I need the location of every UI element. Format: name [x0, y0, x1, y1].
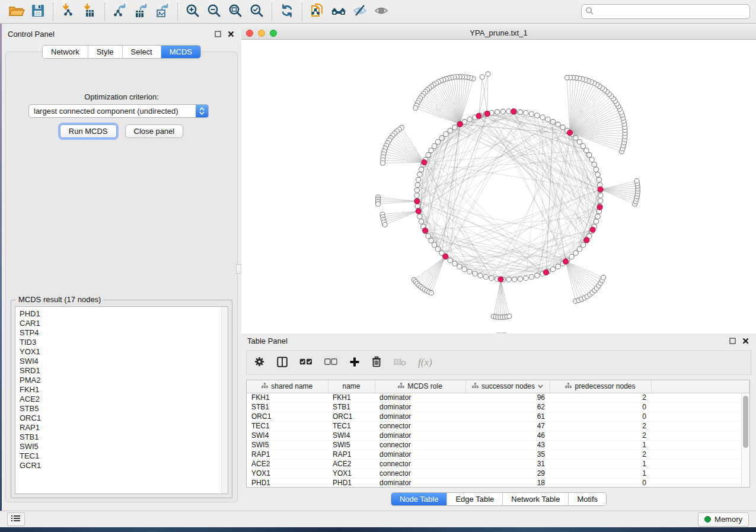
cell-mcds_role: connector: [375, 421, 465, 431]
zoom-fit-button[interactable]: [225, 2, 246, 21]
cell-successor_nodes: 62: [465, 402, 550, 412]
float-window-icon[interactable]: [213, 29, 222, 39]
cell-predecessor_nodes: 0: [550, 478, 651, 488]
result-node-item[interactable]: STB5: [20, 404, 228, 414]
table-row[interactable]: STB1STB1dominator620: [247, 402, 749, 412]
result-node-item[interactable]: TEC1: [20, 451, 228, 461]
control-panel-tabs: NetworkStyleSelectMCDS: [42, 45, 201, 59]
search-input[interactable]: [596, 7, 746, 16]
toolbar-separator: [272, 3, 272, 21]
zoom-out-button[interactable]: [203, 2, 225, 21]
table-row[interactable]: SWI5SWI5connector431: [247, 440, 749, 450]
mcds-result-title: MCDS result (17 nodes): [16, 295, 103, 304]
clone-network-button[interactable]: [307, 2, 328, 21]
column-type-icon: [472, 382, 479, 390]
network-window: YPA_prune.txt_1: [241, 27, 756, 334]
result-node-item[interactable]: CAR1: [20, 319, 228, 328]
result-node-item[interactable]: TID3: [20, 338, 228, 347]
table-row[interactable]: PHD1PHD1dominator180: [247, 478, 749, 488]
cell-successor_nodes: 43: [465, 440, 550, 450]
refresh-button[interactable]: [276, 2, 298, 21]
show-glyphs-button[interactable]: [371, 2, 392, 21]
table-scrollbar-thumb[interactable]: [743, 396, 748, 448]
table-row[interactable]: SWI4SWI4dominator462: [247, 431, 749, 440]
table-row[interactable]: FKH1FKH1dominator962: [247, 393, 749, 402]
result-node-item[interactable]: YOX1: [20, 347, 228, 357]
export-table-button[interactable]: [130, 2, 152, 21]
result-node-item[interactable]: RAP1: [20, 423, 228, 432]
mcds-result-list[interactable]: PHD1CAR1STP4TID3YOX1SWI4SRD1PMA2FKH1ACE2…: [15, 306, 228, 494]
result-node-item[interactable]: SWI5: [20, 442, 228, 451]
criterion-dropdown[interactable]: largest connected component (undirected): [28, 104, 209, 118]
close-panel-button[interactable]: Close panel: [125, 124, 184, 138]
gear-icon: [254, 356, 265, 369]
toolbar-separator: [104, 3, 105, 21]
cell-shared_name: SWI5: [247, 440, 328, 450]
export-network-button[interactable]: [109, 2, 130, 21]
import-table-button[interactable]: [79, 2, 100, 21]
result-node-item[interactable]: FKH1: [20, 385, 228, 395]
result-node-item[interactable]: STP4: [20, 328, 228, 338]
memory-button[interactable]: Memory: [698, 512, 749, 527]
tab-select[interactable]: Select: [122, 46, 161, 58]
gear-button[interactable]: [254, 356, 265, 369]
task-history-button[interactable]: [7, 512, 25, 526]
result-node-item[interactable]: STB1: [20, 432, 228, 442]
run-mcds-button[interactable]: Run MCDS: [60, 124, 117, 138]
vertical-splitter-grip[interactable]: [236, 264, 241, 274]
deselect-all-check-button[interactable]: [324, 358, 337, 367]
control-panel: Control Panel NetworkStyleSelectMCDS Opt…: [2, 27, 241, 511]
result-node-item[interactable]: SRD1: [20, 366, 228, 376]
column-header-successor-nodes[interactable]: successor nodes: [465, 380, 550, 393]
search-field[interactable]: [581, 4, 750, 19]
tab-node-table[interactable]: Node Table: [391, 493, 447, 505]
mcds-result-group: MCDS result (17 nodes) PHD1CAR1STP4TID3Y…: [11, 300, 232, 498]
close-table-panel-icon[interactable]: [741, 336, 750, 345]
cell-predecessor_nodes: 2: [550, 431, 651, 440]
tab-network-table[interactable]: Network Table: [502, 493, 568, 505]
import-network-button[interactable]: [58, 2, 79, 21]
result-node-item[interactable]: PHD1: [20, 309, 228, 319]
column-header-shared-name[interactable]: shared name: [247, 380, 328, 393]
column-header-MCDS-role[interactable]: MCDS role: [375, 380, 465, 393]
save-button[interactable]: [27, 2, 49, 21]
tab-network[interactable]: Network: [43, 46, 88, 58]
cell-successor_nodes: 61: [465, 412, 550, 421]
search-all-button[interactable]: [328, 2, 349, 21]
result-node-item[interactable]: GCR1: [20, 461, 228, 470]
add-row-button[interactable]: [349, 357, 360, 369]
select-all-check-button[interactable]: [299, 358, 312, 367]
result-node-item[interactable]: ORC1: [20, 414, 228, 423]
result-node-item[interactable]: SWI4: [20, 357, 228, 366]
table-row[interactable]: TEC1TEC1connector472: [247, 421, 749, 431]
table-row[interactable]: ORC1ORC1dominator610: [247, 412, 749, 421]
table-row[interactable]: RAP1RAP1dominator352: [247, 450, 749, 459]
close-panel-icon[interactable]: [226, 29, 235, 39]
result-node-item[interactable]: PMA2: [20, 376, 228, 385]
tab-mcds[interactable]: MCDS: [161, 46, 200, 58]
float-table-panel-icon[interactable]: [728, 336, 737, 345]
result-scrollbar[interactable]: [221, 307, 228, 493]
open-folder-button[interactable]: [6, 2, 27, 21]
column-header-predecessor-nodes[interactable]: predecessor nodes: [550, 380, 651, 393]
columns-button[interactable]: [277, 357, 288, 369]
zoom-selected-button[interactable]: [246, 2, 267, 21]
cell-mcds_role: dominator: [375, 402, 465, 412]
zoom-in-button[interactable]: [182, 2, 203, 21]
tab-edge-table[interactable]: Edge Table: [446, 493, 502, 505]
export-image-button[interactable]: [152, 2, 173, 21]
node-table: shared namenameMCDS rolesuccessor nodesp…: [246, 380, 750, 488]
tab-motifs[interactable]: Motifs: [568, 493, 606, 505]
toolbar-separator: [177, 3, 178, 21]
criterion-dropdown-value: largest connected component (undirected): [29, 107, 196, 116]
column-header-name[interactable]: name: [328, 380, 375, 393]
result-node-item[interactable]: ACE2: [20, 395, 228, 404]
tab-style[interactable]: Style: [88, 46, 122, 58]
delete-row-button[interactable]: [372, 356, 381, 369]
table-row[interactable]: ACE2ACE2connector311: [247, 459, 749, 469]
table-row[interactable]: YOX1YOX1connector291: [247, 469, 749, 478]
network-titlebar[interactable]: YPA_prune.txt_1: [241, 27, 756, 40]
hide-glyphs-button[interactable]: [349, 2, 371, 21]
network-canvas[interactable]: [241, 40, 755, 334]
table-scrollbar[interactable]: [741, 393, 749, 487]
